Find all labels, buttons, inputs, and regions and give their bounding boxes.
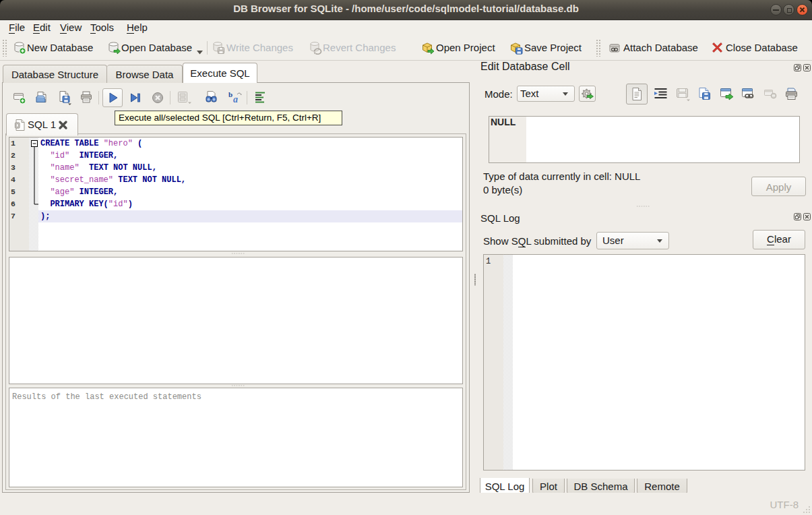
svg-text:b: b [228,90,232,98]
svg-text:a: a [233,94,238,104]
